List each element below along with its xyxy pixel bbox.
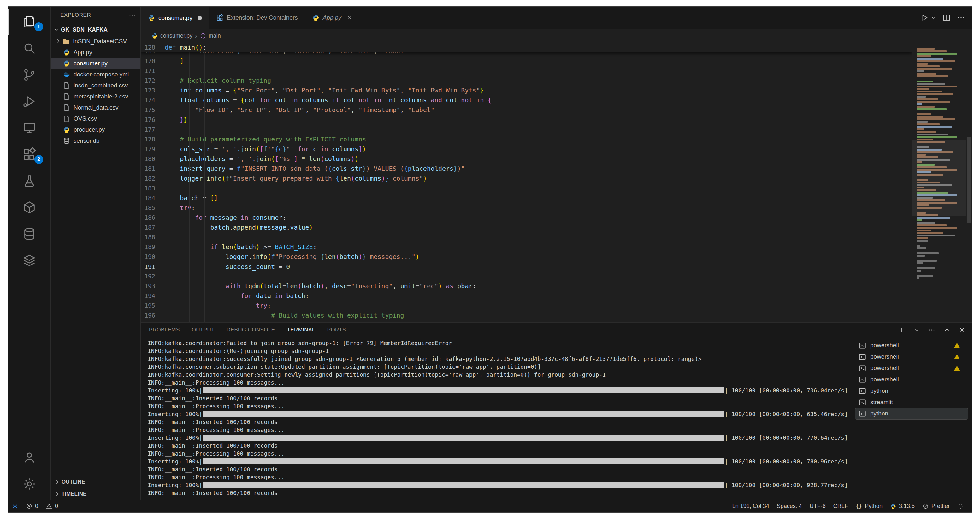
code-line-193: 193 with tqdm(total=len(batch), desc="In… (141, 281, 912, 291)
terminal-item-powershell[interactable]: powershell (855, 374, 968, 385)
sticky-scroll-line[interactable]: 128def main(): (141, 43, 912, 53)
editor-scrollbar[interactable] (966, 43, 972, 322)
activity-run-debug-button[interactable] (8, 88, 51, 115)
activity-layers-button[interactable] (8, 247, 51, 274)
line-number: 185 (141, 203, 165, 213)
line-number: 187 (141, 222, 165, 232)
file-row-consumer.py[interactable]: consumer.py (51, 58, 140, 69)
activity-testing-button[interactable] (8, 168, 51, 194)
run-button[interactable] (920, 14, 929, 22)
terminal-label: python (870, 387, 888, 394)
close-panel-button[interactable] (958, 326, 966, 334)
status-formatter[interactable]: Prettier (918, 500, 953, 513)
line-number: 177 (141, 125, 165, 134)
code-line-184: 184 batch = [] (141, 193, 912, 203)
code-line-181: 181 insert_query = f"INSERT INTO sdn_dat… (141, 164, 912, 174)
progress-prefix: Inserting: 100%| (148, 481, 202, 489)
status-python-interpreter[interactable]: 3.13.5 (886, 500, 918, 513)
sidebar-section-timeline[interactable]: TIMELINE (51, 488, 140, 500)
panel-more-button[interactable] (928, 326, 935, 334)
file-row-InSDN_DatasetCSV[interactable]: InSDN_DatasetCSV (51, 36, 140, 47)
terminal-profile-dropdown[interactable] (913, 326, 920, 334)
breadcrumb-consumer.py[interactable]: consumer.py (151, 32, 192, 39)
line-number: 172 (141, 76, 165, 86)
status-problems-warnings[interactable]: 0 (42, 500, 62, 513)
activity-account-button[interactable] (8, 444, 51, 471)
split-editor-button[interactable] (942, 14, 951, 22)
terminal-item-powershell[interactable]: powershell (855, 340, 968, 351)
terminal-line: INFO:__main__:Inserted 100/100 records (148, 418, 848, 426)
code-line-189: 189 if len(batch) >= BATCH_SIZE: (141, 242, 912, 252)
panel-tab-debug-console[interactable]: DEBUG CONSOLE (226, 323, 275, 337)
modified-dot[interactable] (197, 16, 202, 20)
code-editor[interactable]: 169 'Idle Mean', 'Idle Std', 'Idle Max',… (141, 43, 912, 322)
status-cursor-position[interactable]: Ln 191, Col 34 (729, 500, 773, 513)
progress-suffix: | 100/100 [00:00<00:00, 780.96rec/s] (725, 457, 848, 465)
section-label: TIMELINE (62, 491, 86, 497)
status-language-mode[interactable]: {}Python (852, 500, 886, 513)
terminal-line: INFO:kafka.coordinator.consumer:Setting … (148, 370, 848, 378)
tab-consumer.py[interactable]: consumer.py (141, 6, 209, 29)
activity-explorer-button[interactable]: 1 (8, 8, 51, 35)
progress-bar (202, 387, 724, 393)
terminal-item-powershell[interactable]: powershell (855, 363, 968, 374)
panel-tab-problems[interactable]: PROBLEMS (149, 323, 180, 337)
file-row-metasploitable-2.csv[interactable]: metasploitable-2.csv (51, 91, 140, 102)
activity-database-button[interactable] (8, 221, 51, 247)
breadcrumb-main[interactable]: main (200, 32, 221, 39)
warning-icon (953, 342, 961, 349)
code-text: placeholders = ', '.join(['%s'] * len(co… (165, 154, 912, 164)
status-notifications[interactable] (953, 500, 968, 513)
terminal-item-python[interactable]: python (855, 408, 968, 419)
breadcrumb[interactable]: consumer.py›main (141, 29, 972, 43)
close-tab-icon[interactable] (347, 14, 353, 21)
panel-tab-ports[interactable]: PORTS (327, 323, 346, 337)
file-row-App.py[interactable]: App.py (51, 47, 140, 58)
status-indentation[interactable]: Spaces: 4 (773, 500, 806, 513)
file-row-docker-compose.yml[interactable]: docker-compose.yml (51, 69, 140, 80)
file-row-insdn_combined.csv[interactable]: insdn_combined.csv (51, 80, 140, 91)
scrollbar-thumb[interactable] (967, 137, 971, 222)
activity-settings-button[interactable] (8, 471, 51, 497)
workspace-row[interactable]: GK_SDN_KAFKA (51, 24, 140, 36)
status-problems-errors[interactable]: 0 (22, 500, 42, 513)
maximize-panel-button[interactable] (943, 326, 951, 334)
indent-guide (250, 53, 250, 322)
terminal-progress-line: Inserting: 100%|| 100/100 [00:00<00:00, … (148, 410, 848, 418)
activity-source-control-button[interactable] (8, 62, 51, 88)
tab-Extension: Dev Containers[interactable]: Extension: Dev Containers (209, 6, 305, 29)
status-eol[interactable]: CRLF (829, 500, 852, 513)
file-row-Normal_data.csv[interactable]: Normal_data.csv (51, 102, 140, 113)
code-text (165, 125, 912, 134)
panel-tab-output[interactable]: OUTPUT (192, 323, 215, 337)
panel-tab-terminal[interactable]: TERMINAL (287, 323, 315, 337)
minimap[interactable] (912, 43, 966, 322)
activity-containers-button[interactable] (8, 194, 51, 221)
vscode-window: 12 EXPLORER GK_SDN_KAFKA InSDN_DatasetCS… (8, 6, 972, 513)
extensions-icon (216, 14, 224, 21)
terminal-list: powershellpowershellpowershellpowershell… (852, 337, 972, 500)
sidebar-section-outline[interactable]: OUTLINE (51, 476, 140, 488)
status-label: 3.13.5 (899, 503, 915, 509)
terminal-item-powershell[interactable]: powershell (855, 351, 968, 363)
activity-remote-explorer-button[interactable] (8, 115, 51, 141)
status-encoding[interactable]: UTF-8 (806, 500, 829, 513)
tab-App.py[interactable]: App.py (305, 6, 363, 29)
terminal-item-streamlit[interactable]: streamlit (855, 396, 968, 408)
sidebar-more-icon[interactable] (129, 11, 136, 19)
minimap-line (916, 217, 950, 219)
run-dropdown[interactable] (931, 15, 936, 21)
new-terminal-button[interactable] (898, 326, 905, 334)
terminal-output[interactable]: INFO:kafka.coordinator:Failed to join gr… (141, 337, 852, 500)
terminal-item-python[interactable]: python (855, 385, 968, 396)
symbol-method-icon (200, 32, 206, 39)
status-remote-indicator[interactable] (8, 500, 22, 513)
file-row-OVS.csv[interactable]: OVS.csv (51, 113, 140, 124)
activity-extensions-button[interactable]: 2 (8, 141, 51, 168)
activity-search-button[interactable] (8, 35, 51, 62)
line-number: 195 (141, 301, 165, 311)
file-row-producer.py[interactable]: producer.py (51, 124, 140, 135)
workspace-name: GK_SDN_KAFKA (61, 27, 108, 33)
editor-more-button[interactable] (957, 14, 965, 22)
file-row-sensor.db[interactable]: sensor.db (51, 135, 140, 146)
